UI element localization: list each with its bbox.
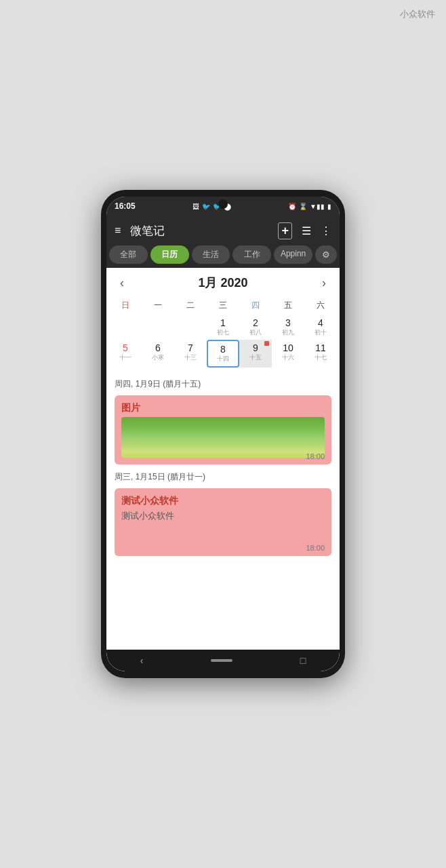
cal-day-6[interactable]: 6小寒 — [142, 340, 174, 368]
alarm-icon: ⏰ — [288, 203, 296, 210]
cal-day-11[interactable]: 11十七 — [304, 340, 337, 368]
calendar-month-title: 1月 2020 — [198, 275, 247, 291]
app-bar-actions: + ☰ ⋮ — [278, 222, 331, 239]
tab-bar: 全部 日历 生活 工作 Appinn ⚙ — [106, 245, 340, 268]
more-options-button[interactable]: ⋮ — [321, 224, 331, 237]
cal-day-5[interactable]: 5十一 — [109, 340, 142, 368]
calendar-grid: 1初七 2初八 3初九 4初十 5十一 6小寒 — [106, 315, 340, 370]
weekday-thu: 四 — [239, 298, 272, 313]
phone-notch — [218, 199, 228, 209]
cal-day-7[interactable]: 7十三 — [174, 340, 207, 368]
add-note-button[interactable]: + — [278, 222, 292, 239]
weekday-tue: 二 — [174, 298, 207, 313]
phone-device: 16:05 🖼 🐦 🐦 ⬤ ⏰ ⌛ ▼▮▮ ▮ ≡ 微笔记 + ☰ ⋮ — [101, 190, 345, 678]
weekday-mon: 一 — [142, 298, 174, 313]
battery-icon: ▮ — [327, 203, 331, 210]
app-title: 微笔记 — [130, 223, 278, 239]
tab-settings-button[interactable]: ⚙ — [315, 245, 337, 264]
tab-life[interactable]: 生活 — [192, 245, 230, 264]
cal-day-empty-2 — [142, 315, 174, 340]
calendar-header: ‹ 1月 2020 › — [106, 268, 340, 298]
cal-day-2[interactable]: 2初八 — [239, 315, 272, 340]
cal-day-8[interactable]: 8十四 — [207, 340, 239, 368]
status-time: 16:05 — [115, 201, 136, 211]
notes-list: 周四, 1月9日 (腊月十五) 图片 18:00 周三, 1月15日 (腊月廿一… — [106, 370, 340, 650]
weekday-fri: 五 — [272, 298, 304, 313]
watermark-label: 小众软件 — [400, 8, 435, 20]
tab-appinn[interactable]: Appinn — [274, 245, 312, 264]
cal-day-empty-1 — [109, 315, 142, 340]
list-view-button[interactable]: ☰ — [302, 224, 311, 237]
weekday-wed: 三 — [207, 298, 239, 313]
note-card-1-title: 图片 — [121, 402, 325, 414]
note-card-1-time: 18:00 — [306, 452, 325, 460]
weekday-sat: 六 — [304, 298, 337, 313]
date-header-1: 周四, 1月9日 (腊月十五) — [115, 378, 331, 390]
cal-day-4[interactable]: 4初十 — [304, 315, 337, 340]
tab-all[interactable]: 全部 — [109, 245, 148, 264]
note-card-2-title: 测试小众软件 — [121, 495, 325, 507]
tab-work[interactable]: 工作 — [232, 245, 271, 264]
cal-day-9[interactable]: 9十五 — [239, 340, 272, 368]
cal-day-1[interactable]: 1初七 — [207, 315, 239, 340]
signal-icon: ▼▮▮ — [310, 203, 325, 210]
cal-day-empty-3 — [174, 315, 207, 340]
next-month-button[interactable]: › — [322, 276, 326, 290]
prev-month-button[interactable]: ‹ — [120, 276, 124, 290]
calendar-weekdays: 日 一 二 三 四 五 六 — [106, 298, 340, 313]
notification-icon-1: 🖼 — [192, 203, 199, 210]
note-card-1[interactable]: 图片 18:00 — [115, 395, 331, 465]
date-header-2: 周三, 1月15日 (腊月廿一) — [115, 471, 331, 483]
calendar-panel: ‹ 1月 2020 › 日 一 二 三 四 五 六 1初七 — [106, 268, 340, 370]
status-right-icons: ⏰ ⌛ ▼▮▮ ▮ — [288, 203, 331, 210]
note-card-2-body: 测试小众软件 — [121, 510, 325, 522]
cal-day-3[interactable]: 3初九 — [272, 315, 304, 340]
note-card-1-image — [121, 417, 325, 458]
lock-icon: ⌛ — [299, 203, 307, 210]
cal-day-10[interactable]: 10十六 — [272, 340, 304, 368]
phone-screen: 16:05 🖼 🐦 🐦 ⬤ ⏰ ⌛ ▼▮▮ ▮ ≡ 微笔记 + ☰ ⋮ — [106, 197, 340, 671]
back-button[interactable]: ‹ — [140, 655, 144, 666]
tab-calendar[interactable]: 日历 — [150, 245, 189, 264]
home-indicator[interactable] — [211, 659, 232, 662]
notification-icon-2: 🐦 — [202, 203, 210, 210]
recent-button[interactable]: □ — [300, 655, 306, 666]
menu-button[interactable]: ≡ — [115, 224, 121, 237]
note-card-2-time: 18:00 — [306, 544, 325, 552]
note-card-2[interactable]: 测试小众软件 测试小众软件 18:00 — [115, 488, 331, 556]
weekday-sun: 日 — [109, 298, 142, 313]
app-bar: ≡ 微笔记 + ☰ ⋮ — [106, 216, 340, 245]
bottom-nav: ‹ □ — [106, 650, 340, 671]
